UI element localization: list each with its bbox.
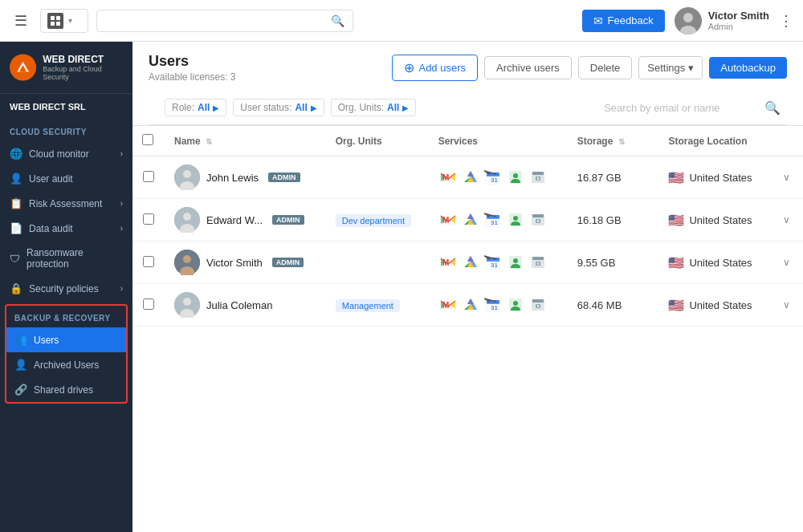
page-header: Users Available licenses: 3 ⊕ Add users …	[132, 42, 803, 126]
archived-users-icon: 👤	[14, 359, 27, 371]
row-expand-button[interactable]: ∨	[780, 211, 793, 229]
feedback-button[interactable]: ✉ Feedback	[582, 10, 665, 32]
sidebar-item-ransomware[interactable]: 🛡 Ransomware protection	[0, 241, 132, 276]
table-row: John Lewis ADMIN M 31 16.87 GB	[132, 156, 803, 199]
row-expand-cell[interactable]: ∨	[770, 156, 803, 199]
delete-button[interactable]: Delete	[578, 56, 633, 79]
settings-button[interactable]: Settings ▾	[638, 56, 703, 79]
chevron-right-icon: ›	[120, 149, 123, 158]
table-header-row: Name ⇅ Org. Units Services Storage ⇅ Sto…	[132, 126, 803, 156]
svg-point-106	[513, 301, 518, 306]
avatar	[675, 7, 702, 35]
svg-rect-33	[537, 177, 539, 180]
user-role: Admin	[708, 22, 769, 31]
row-checkbox-cell[interactable]	[132, 284, 165, 327]
sidebar-item-risk-assessment[interactable]: 📋 Risk Assessment ›	[0, 191, 132, 216]
storage-expand-header	[639, 126, 658, 156]
user-info[interactable]: Victor Smith Admin	[675, 7, 769, 35]
more-options-button[interactable]: ⋮	[779, 12, 793, 30]
select-all-header[interactable]	[132, 126, 165, 156]
global-search-input[interactable]	[105, 14, 331, 26]
org-unit-cell	[326, 156, 429, 199]
user-avatar	[174, 207, 200, 233]
storage-location-cell: 🇺🇸 United States	[658, 199, 770, 242]
sidebar-item-users[interactable]: 👥 Users	[6, 327, 126, 352]
row-expand-cell[interactable]: ∨	[770, 199, 803, 242]
name-cell: Julia Coleman	[165, 284, 326, 327]
storage-expand-cell	[639, 284, 658, 327]
backup-recovery-section: BACKUP & RECOVERY 👥 Users 👤 Archived Use…	[5, 304, 128, 404]
sidebar-item-data-audit[interactable]: 📄 Data audit ›	[0, 216, 132, 241]
workspace-chevron-icon: ▾	[68, 16, 72, 25]
header-right: ✉ Feedback Victor Smith Admin ⋮	[582, 7, 793, 35]
row-actions-header	[770, 126, 803, 156]
row-expand-button[interactable]: ∨	[780, 296, 793, 314]
sidebar-item-label: Archived Users	[34, 359, 99, 371]
global-search-bar[interactable]: 🔍	[96, 10, 353, 32]
location-cell: 🇺🇸 United States	[668, 298, 760, 313]
status-filter[interactable]: User status: All ▶	[233, 99, 324, 116]
us-flag-icon: 🇺🇸	[668, 298, 684, 313]
sidebar-item-label: Ransomware protection	[26, 247, 123, 270]
add-users-label: Add users	[418, 62, 466, 74]
services-cell: M 31	[429, 199, 568, 242]
users-icon: 👥	[14, 334, 27, 346]
name-cell: Victor Smith ADMIN	[165, 242, 326, 284]
page-title: Users	[149, 53, 236, 70]
role-filter[interactable]: Role: All ▶	[165, 99, 226, 116]
row-expand-button[interactable]: ∨	[780, 169, 793, 186]
storage-sort-icon: ⇅	[618, 137, 625, 146]
brand-icon	[10, 53, 36, 82]
org-unit-tag: Management	[336, 299, 400, 312]
admin-badge: ADMIN	[272, 258, 304, 267]
brand-sub: Backup and Cloud Security	[43, 65, 123, 81]
row-expand-button[interactable]: ∨	[780, 254, 793, 271]
sidebar-item-cloud-monitor[interactable]: 🌐 Cloud monitor ›	[0, 141, 132, 166]
storage-cell: 9.55 GB	[568, 242, 640, 284]
storage-column-header[interactable]: Storage ⇅	[568, 126, 640, 156]
add-users-button[interactable]: ⊕ Add users	[392, 55, 478, 81]
vault-service-icon	[528, 295, 548, 315]
row-expand-cell[interactable]: ∨	[770, 284, 803, 327]
search-filter[interactable]	[604, 102, 748, 114]
sidebar-item-archived-users[interactable]: 👤 Archived Users	[6, 352, 126, 377]
row-checkbox[interactable]	[143, 213, 154, 225]
status-filter-value: All	[295, 102, 307, 113]
sidebar-brand: WEB DIRECT Backup and Cloud Security	[0, 42, 132, 94]
row-checkbox-cell[interactable]	[132, 199, 165, 242]
location-text: United States	[689, 214, 752, 226]
main-layout: WEB DIRECT Backup and Cloud Security WEB…	[0, 42, 803, 532]
autobackup-button[interactable]: Autobackup	[709, 57, 787, 79]
calendar-service-icon: 31	[483, 168, 503, 187]
row-checkbox[interactable]	[143, 298, 154, 310]
row-checkbox[interactable]	[143, 256, 154, 267]
svg-point-54	[513, 216, 518, 221]
security-policies-icon: 🔒	[10, 282, 22, 294]
name-column-header[interactable]: Name ⇅	[165, 126, 326, 156]
us-flag-icon: 🇺🇸	[668, 255, 684, 270]
row-checkbox-cell[interactable]	[132, 242, 165, 284]
table-row: Edward W... ADMIN Dev department M 31 16…	[132, 199, 803, 242]
row-checkbox-cell[interactable]	[132, 156, 165, 199]
hamburger-button[interactable]: ☰	[10, 9, 32, 33]
shared-drives-icon: 🔗	[14, 384, 27, 396]
sidebar-item-security-policies[interactable]: 🔒 Security policies ›	[0, 276, 132, 301]
page-title-row: Users Available licenses: 3 ⊕ Add users …	[149, 53, 787, 83]
search-filter-input[interactable]	[604, 102, 748, 114]
settings-chevron-icon: ▾	[688, 62, 694, 74]
org-filter[interactable]: Org. Units: All ▶	[331, 99, 417, 116]
user-avatar	[174, 250, 200, 275]
admin-badge: ADMIN	[272, 215, 304, 225]
sidebar: WEB DIRECT Backup and Cloud Security WEB…	[0, 42, 132, 532]
row-checkbox[interactable]	[143, 171, 154, 182]
sidebar-item-shared-drives[interactable]: 🔗 Shared drives	[6, 377, 126, 402]
sidebar-item-user-audit[interactable]: 👤 User audit	[0, 166, 132, 191]
drive-service-icon	[461, 295, 480, 315]
sidebar-item-label: Security policies	[29, 283, 99, 294]
select-all-checkbox[interactable]	[142, 134, 153, 145]
workspace-selector[interactable]: ▾	[40, 9, 88, 33]
archive-users-button[interactable]: Archive users	[484, 56, 572, 79]
org-units-column-header[interactable]: Org. Units	[326, 126, 429, 156]
svg-rect-59	[537, 220, 539, 222]
row-expand-cell[interactable]: ∨	[770, 242, 803, 284]
